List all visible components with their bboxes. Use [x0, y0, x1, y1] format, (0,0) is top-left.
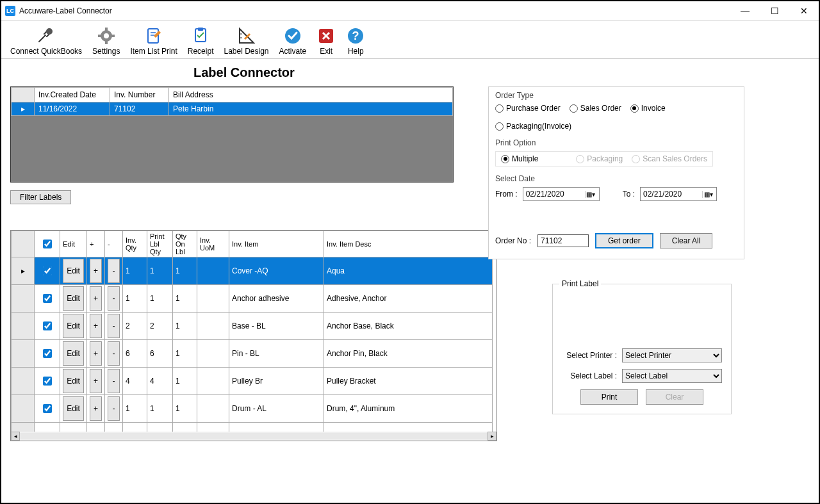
plus-button[interactable]: + — [90, 341, 102, 366]
row-checkbox[interactable] — [43, 321, 52, 330]
cell-inv-uom[interactable] — [197, 368, 229, 395]
item-list-print-button[interactable]: Item List Print — [125, 25, 182, 57]
cell-inv-item-desc[interactable]: Drum, 4", Aluminum — [324, 395, 493, 423]
edit-button[interactable]: Edit — [63, 341, 84, 366]
cell-inv-item-desc[interactable]: Anchor Pin, Black — [324, 340, 493, 368]
scroll-left-icon[interactable]: ◂ — [11, 432, 20, 441]
plus-button[interactable]: + — [90, 314, 102, 338]
cell-inv-qty[interactable]: 2 — [123, 313, 147, 340]
cell-print-lbl-qty[interactable]: 2 — [147, 313, 173, 340]
plus-button[interactable]: + — [90, 286, 102, 311]
radio-packaging-invoice[interactable]: Packaging(Invoice) — [495, 122, 571, 131]
row-checkbox-cell[interactable] — [35, 285, 60, 313]
radio-sales-order[interactable]: Sales Order — [570, 104, 621, 113]
from-date-input[interactable]: 02/21/2020 ▦▾ — [523, 187, 600, 201]
cell-inv-qty[interactable]: 1 — [123, 285, 147, 313]
row-selector[interactable] — [12, 395, 35, 423]
minus-button[interactable]: - — [108, 286, 120, 311]
minus-button[interactable]: - — [108, 341, 120, 366]
cell-qty-on-lbl[interactable]: 1 — [173, 340, 197, 368]
maximize-button[interactable]: ☐ — [760, 1, 789, 20]
minus-button[interactable]: - — [108, 396, 120, 421]
row-checkbox[interactable] — [43, 266, 52, 275]
help-button[interactable]: ? Help — [341, 25, 370, 57]
cell-inv-item[interactable]: Pulley Br — [229, 368, 324, 395]
col-print-lbl-qty[interactable]: Print Lbl Qty — [147, 231, 173, 257]
filter-labels-button[interactable]: Filter Labels — [10, 190, 71, 204]
col-inv-qty[interactable]: Inv. Qty — [123, 231, 147, 257]
line-items-grid[interactable]: Edit + - Inv. Qty Print Lbl Qty Qty On L… — [10, 230, 497, 441]
line-item-row[interactable]: ▸Edit+-111Cover -AQAqua — [12, 257, 493, 285]
cell-inv-qty[interactable]: 4 — [123, 368, 147, 395]
minus-button[interactable]: - — [108, 314, 120, 338]
row-selector[interactable] — [12, 285, 35, 313]
row-checkbox-cell[interactable] — [35, 257, 60, 285]
col-select-all[interactable] — [35, 231, 60, 257]
row-checkbox[interactable] — [43, 349, 52, 358]
cell-inv-item-desc[interactable]: Pulley Bracket — [324, 368, 493, 395]
cell-print-lbl-qty[interactable]: 4 — [147, 368, 173, 395]
edit-button[interactable]: Edit — [63, 396, 84, 421]
line-item-row[interactable]: Edit+-111Anchor adhesiveAdhesive, Anchor — [12, 285, 493, 313]
cell-inv-date[interactable]: 11/16/2022 — [35, 102, 110, 116]
cell-inv-uom[interactable] — [197, 285, 229, 313]
cell-bill-address[interactable]: Pete Harbin — [169, 102, 453, 116]
print-button[interactable]: Print — [580, 389, 638, 405]
clear-all-button[interactable]: Clear All — [660, 233, 713, 248]
row-selector[interactable] — [12, 368, 35, 395]
activate-button[interactable]: Activate — [274, 25, 312, 57]
select-label-dropdown[interactable]: Select Label — [622, 369, 722, 383]
row-checkbox-cell[interactable] — [35, 313, 60, 340]
col-bill-address[interactable]: Bill Address — [169, 88, 453, 102]
cell-inv-item-desc[interactable]: Anchor Base, Black — [324, 313, 493, 340]
minimize-button[interactable]: — — [730, 1, 760, 20]
cell-inv-number[interactable]: 71102 — [110, 102, 169, 116]
line-item-row[interactable]: Edit+-111Drum - ALDrum, 4", Aluminum — [12, 395, 493, 423]
cell-inv-uom[interactable] — [197, 257, 229, 285]
col-edit[interactable]: Edit — [60, 231, 87, 257]
cell-inv-item[interactable]: Drum - AL — [229, 395, 324, 423]
calendar-dropdown-icon[interactable]: ▦▾ — [702, 191, 714, 198]
plus-button[interactable]: + — [90, 259, 102, 283]
cell-qty-on-lbl[interactable]: 1 — [173, 313, 197, 340]
cell-inv-item[interactable]: Cover -AQ — [229, 257, 324, 285]
invoice-grid[interactable]: Inv.Created Date Inv. Number Bill Addres… — [10, 86, 454, 183]
cell-inv-item[interactable]: Pin - BL — [229, 340, 324, 368]
cell-inv-uom[interactable] — [197, 340, 229, 368]
col-plus[interactable]: + — [87, 231, 105, 257]
cell-print-lbl-qty[interactable]: 1 — [147, 395, 173, 423]
row-checkbox[interactable] — [43, 377, 52, 386]
connect-quickbooks-button[interactable]: Connect QuickBooks — [5, 25, 87, 57]
settings-button[interactable]: Settings — [87, 25, 125, 57]
line-item-row[interactable]: Edit+-661Pin - BLAnchor Pin, Black — [12, 340, 493, 368]
cell-inv-qty[interactable]: 1 — [123, 257, 147, 285]
edit-button[interactable]: Edit — [63, 286, 84, 311]
row-checkbox[interactable] — [43, 404, 52, 413]
select-printer-dropdown[interactable]: Select Printer — [622, 348, 722, 362]
line-item-row[interactable]: Edit+-221Base - BLAnchor Base, Black — [12, 313, 493, 340]
row-checkbox-cell[interactable] — [35, 340, 60, 368]
row-selector-icon[interactable]: ▸ — [12, 102, 35, 116]
to-date-input[interactable]: 02/21/2020 ▦▾ — [640, 187, 717, 201]
col-inv-uom[interactable]: Inv. UoM — [197, 231, 229, 257]
calendar-dropdown-icon[interactable]: ▦▾ — [585, 191, 596, 198]
scroll-right-icon[interactable]: ▸ — [488, 432, 496, 441]
row-selector[interactable] — [12, 313, 35, 340]
cell-print-lbl-qty[interactable]: 1 — [147, 257, 173, 285]
row-checkbox-cell[interactable] — [35, 368, 60, 395]
col-inv-number[interactable]: Inv. Number — [110, 88, 169, 102]
select-all-checkbox[interactable] — [43, 240, 52, 248]
col-inv-created-date[interactable]: Inv.Created Date — [35, 88, 110, 102]
edit-button[interactable]: Edit — [63, 369, 84, 393]
col-qty-on-lbl[interactable]: Qty On Lbl — [173, 231, 197, 257]
get-order-button[interactable]: Get order — [595, 233, 653, 248]
edit-button[interactable]: Edit — [63, 259, 84, 283]
cell-qty-on-lbl[interactable]: 1 — [173, 368, 197, 395]
radio-invoice[interactable]: Invoice — [630, 104, 666, 113]
cell-inv-item[interactable]: Base - BL — [229, 313, 324, 340]
col-inv-item-desc[interactable]: Inv. Item Desc — [324, 231, 493, 257]
cell-inv-uom[interactable] — [197, 313, 229, 340]
minus-button[interactable]: - — [108, 369, 120, 393]
clear-button[interactable]: Clear — [646, 389, 703, 405]
cell-qty-on-lbl[interactable]: 1 — [173, 395, 197, 423]
